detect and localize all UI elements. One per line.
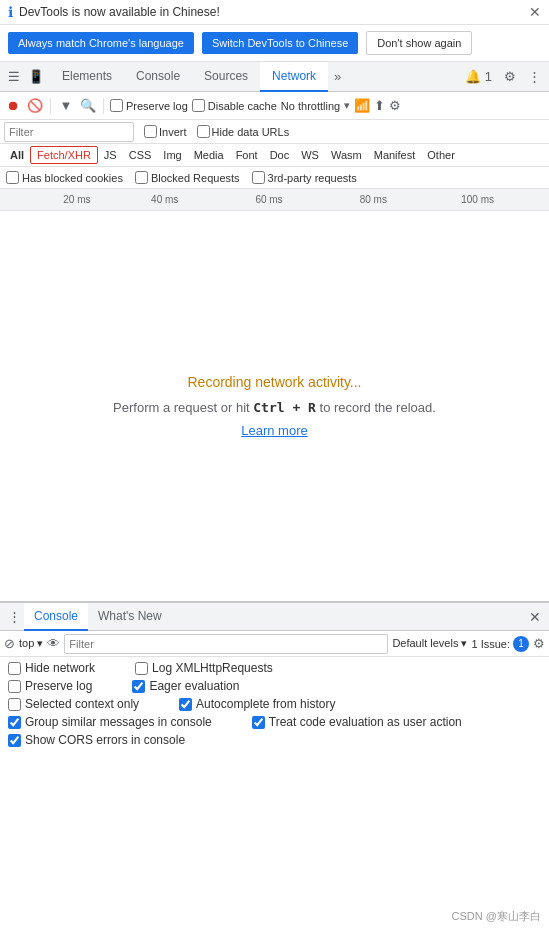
console-toolbar: ⊘ top ▾ 👁 Default levels ▾ 1 Issue: 1 ⚙ [0, 631, 549, 657]
group-similar-input[interactable] [8, 716, 21, 729]
console-dots-icon[interactable]: ⋮ [4, 607, 24, 627]
info-bar: ℹ DevTools is now available in Chinese! … [0, 0, 549, 25]
tab-network[interactable]: Network [260, 62, 328, 92]
selected-context-setting[interactable]: Selected context only [8, 697, 139, 711]
show-cors-errors-setting[interactable]: Show CORS errors in console [8, 733, 185, 747]
dont-show-again-button[interactable]: Don't show again [366, 31, 472, 55]
preserve-log-checkbox[interactable]: Preserve log [110, 99, 188, 112]
tab-elements[interactable]: Elements [50, 62, 124, 92]
disable-cache-input[interactable] [192, 99, 205, 112]
filter-type-font[interactable]: Font [230, 147, 264, 163]
filter-type-ws[interactable]: WS [295, 147, 325, 163]
group-similar-setting[interactable]: Group similar messages in console [8, 715, 212, 729]
settings-row-2: Preserve log Eager evaluation [8, 679, 541, 693]
selected-context-input[interactable] [8, 698, 21, 711]
hide-data-urls-checkbox[interactable]: Hide data URLs [197, 125, 290, 138]
invert-input[interactable] [144, 125, 157, 138]
tick-40ms: 40 ms [151, 194, 178, 205]
wifi-icon[interactable]: 📶 [354, 98, 370, 113]
network-toolbar: ⏺ 🚫 ▼ 🔍 Preserve log Disable cache No th… [0, 92, 549, 120]
filter-type-all[interactable]: All [4, 147, 30, 163]
tab-console[interactable]: Console [124, 62, 192, 92]
filter-type-wasm[interactable]: Wasm [325, 147, 368, 163]
console-close-button[interactable]: ✕ [525, 609, 545, 625]
filter-box [4, 122, 134, 142]
separator-1 [50, 98, 51, 114]
devtools-tab-bar: ☰ 📱 Elements Console Sources Network » 🔔… [0, 62, 549, 92]
filter-type-js[interactable]: JS [98, 147, 123, 163]
filter-type-css[interactable]: CSS [123, 147, 158, 163]
device-icon[interactable]: 📱 [26, 67, 46, 87]
eye-icon[interactable]: 👁 [47, 636, 60, 651]
clear-button[interactable]: 🚫 [26, 97, 44, 115]
record-button[interactable]: ⏺ [4, 97, 22, 115]
tab-right-icons: 🔔 1 ⚙ ⋮ [461, 67, 545, 86]
upload-icon[interactable]: ⬆ [374, 98, 385, 113]
search-icon[interactable]: 🔍 [79, 97, 97, 115]
autocomplete-history-input[interactable] [179, 698, 192, 711]
blocked-cookies-checkbox[interactable]: Has blocked cookies [6, 171, 123, 184]
console-context-selector[interactable]: top ▾ [19, 637, 43, 650]
filter-type-media[interactable]: Media [188, 147, 230, 163]
hide-network-input[interactable] [8, 662, 21, 675]
show-cors-errors-input[interactable] [8, 734, 21, 747]
issue-label: 1 Issue: [471, 638, 510, 650]
hide-data-urls-input[interactable] [197, 125, 210, 138]
eager-evaluation-input[interactable] [132, 680, 145, 693]
console-gear-icon[interactable]: ⚙ [533, 636, 545, 651]
preserve-log-console-input[interactable] [8, 680, 21, 693]
network-gear-icon[interactable]: ⚙ [389, 98, 401, 113]
settings-icon[interactable]: ⚙ [500, 67, 520, 86]
more-options-icon[interactable]: ⋮ [524, 67, 545, 86]
blocked-requests-checkbox[interactable]: Blocked Requests [135, 171, 240, 184]
filter-type-other[interactable]: Other [421, 147, 461, 163]
info-close-button[interactable]: ✕ [529, 4, 541, 20]
tab-whats-new[interactable]: What's New [88, 603, 172, 631]
console-filter-input[interactable] [69, 638, 383, 650]
third-party-requests-input[interactable] [252, 171, 265, 184]
preserve-log-input[interactable] [110, 99, 123, 112]
throttle-select[interactable]: No throttling [281, 100, 340, 112]
watermark: CSDN @寒山李白 [452, 909, 541, 924]
invert-checkbox[interactable]: Invert [144, 125, 187, 138]
treat-code-evaluation-setting[interactable]: Treat code evaluation as user action [252, 715, 462, 729]
log-xmlhttprequests-setting[interactable]: Log XMLHttpRequests [135, 661, 273, 675]
filter-type-doc[interactable]: Doc [264, 147, 296, 163]
tick-20ms: 20 ms [63, 194, 90, 205]
tick-60ms: 60 ms [255, 194, 282, 205]
third-party-requests-checkbox[interactable]: 3rd-party requests [252, 171, 357, 184]
console-ban-icon[interactable]: ⊘ [4, 636, 15, 651]
throttle-dropdown-icon[interactable]: ▾ [344, 99, 350, 112]
devtools-tab-icons: ☰ 📱 [4, 67, 50, 87]
settings-row-4: Group similar messages in console Treat … [8, 715, 541, 729]
match-language-button[interactable]: Always match Chrome's language [8, 32, 194, 54]
hide-network-setting[interactable]: Hide network [8, 661, 95, 675]
filter-type-fetch-xhr[interactable]: Fetch/XHR [30, 146, 98, 164]
preserve-log-setting[interactable]: Preserve log [8, 679, 92, 693]
tab-sources[interactable]: Sources [192, 62, 260, 92]
issue-count: 1 [513, 636, 529, 652]
settings-row-1: Hide network Log XMLHttpRequests [8, 661, 541, 675]
language-bar: Always match Chrome's language Switch De… [0, 25, 549, 62]
tick-100ms: 100 ms [461, 194, 494, 205]
filter-input[interactable] [9, 126, 129, 138]
console-tab-bar: ⋮ Console What's New ✕ [0, 603, 549, 631]
switch-devtools-button[interactable]: Switch DevTools to Chinese [202, 32, 358, 54]
eager-evaluation-setting[interactable]: Eager evaluation [132, 679, 239, 693]
disable-cache-checkbox[interactable]: Disable cache [192, 99, 277, 112]
autocomplete-history-setting[interactable]: Autocomplete from history [179, 697, 335, 711]
learn-more-link[interactable]: Learn more [241, 423, 307, 438]
default-levels-select[interactable]: Default levels ▾ [392, 637, 467, 650]
blocked-requests-input[interactable] [135, 171, 148, 184]
more-tabs-button[interactable]: » [328, 65, 347, 88]
filter-type-img[interactable]: Img [157, 147, 187, 163]
notification-icon[interactable]: 🔔 1 [461, 67, 496, 86]
filter-type-manifest[interactable]: Manifest [368, 147, 422, 163]
console-panel: ⋮ Console What's New ✕ ⊘ top ▾ 👁 Default… [0, 601, 549, 755]
menu-icon[interactable]: ☰ [4, 67, 24, 87]
filter-icon[interactable]: ▼ [57, 97, 75, 115]
treat-code-evaluation-input[interactable] [252, 716, 265, 729]
tab-console-bottom[interactable]: Console [24, 603, 88, 631]
blocked-cookies-input[interactable] [6, 171, 19, 184]
log-xmlhttprequests-input[interactable] [135, 662, 148, 675]
